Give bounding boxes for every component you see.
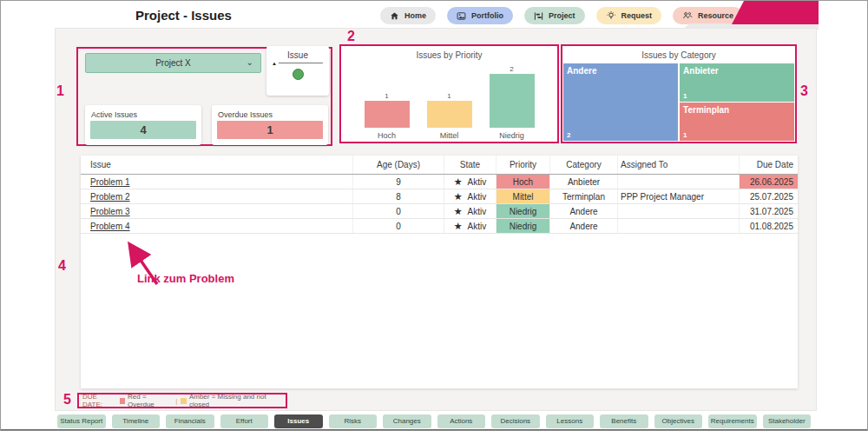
- cell-issue: Problem 1: [81, 175, 352, 189]
- table-row: Problem 40★AktivNiedrigAndere01.08.2025: [81, 219, 798, 234]
- cell-age: 0: [352, 219, 444, 233]
- issue-link[interactable]: Problem 3: [90, 207, 130, 216]
- star-icon: ★: [454, 176, 463, 187]
- column-header-state: State: [444, 156, 496, 174]
- top-nav: Home Portfolio Project Request Resource: [380, 7, 743, 24]
- column-header-age: Age (Days): [352, 156, 444, 174]
- cell-state: ★Aktiv: [444, 175, 496, 189]
- cell-assigned_to: [617, 204, 739, 218]
- star-icon: ★: [454, 206, 463, 216]
- nav-label: Resource: [698, 11, 733, 20]
- tab-stakeholder[interactable]: Stakeholder: [763, 414, 812, 428]
- link-annotation-text: Link zum Problem: [137, 272, 234, 285]
- annotation-number-4: 4: [58, 258, 66, 274]
- issues-by-priority-chart: Issues by Priority 112 HochMittelNiedrig: [341, 46, 557, 142]
- chart-title: Issues by Priority: [341, 46, 557, 60]
- nav-portfolio-button[interactable]: Portfolio: [447, 7, 513, 24]
- cell-category: Andere: [549, 204, 617, 218]
- column-header-category: Category: [549, 156, 617, 174]
- bar-group: 1: [427, 92, 472, 128]
- bar-axis-label: Mittel: [427, 131, 472, 140]
- state-text: Aktiv: [468, 222, 487, 231]
- treemap-label: Terminplan: [680, 103, 794, 115]
- dashboard-page: Project - Issues Home Portfolio Project …: [0, 0, 868, 431]
- bar-category-axis: HochMittelNiedrig: [341, 131, 557, 140]
- kpi-value: 4: [90, 121, 196, 139]
- table-row: Problem 30★AktivNiedrigAndere31.07.2025: [81, 204, 798, 219]
- issue-link[interactable]: Problem 2: [90, 192, 130, 202]
- nav-project-button[interactable]: Project: [524, 7, 585, 24]
- issue-slicer[interactable]: Issue ▲: [266, 46, 329, 96]
- treemap-block-andere[interactable]: Andere2: [563, 63, 678, 141]
- treemap-block-anbieter[interactable]: Anbieter1: [680, 63, 794, 102]
- project-icon: [534, 11, 543, 21]
- issue-status-dot[interactable]: [293, 69, 304, 80]
- nav-home-button[interactable]: Home: [380, 7, 436, 24]
- cell-due_date: 26.06.2025: [739, 175, 798, 189]
- cell-due_date: 01.08.2025: [739, 219, 798, 233]
- state-text: Aktiv: [468, 207, 487, 216]
- tab-lessons[interactable]: Lessons: [546, 414, 595, 428]
- cell-state: ★Aktiv: [444, 189, 496, 203]
- tab-decisions[interactable]: Decisions: [491, 414, 540, 428]
- state-text: Aktiv: [468, 177, 487, 187]
- treemap-area: Andere2Anbieter1Terminplan1: [563, 63, 794, 141]
- treemap-block-terminplan[interactable]: Terminplan1: [680, 103, 794, 141]
- star-icon: ★: [454, 191, 463, 202]
- tab-benefits[interactable]: Benefits: [600, 414, 648, 428]
- tab-requirements[interactable]: Requirements: [708, 414, 757, 428]
- bar-hoch[interactable]: [365, 101, 410, 128]
- bar-niedrig[interactable]: [490, 74, 535, 128]
- kpi-label: Active Issues: [91, 110, 201, 119]
- tab-timeline[interactable]: Timeline: [112, 414, 161, 428]
- column-header-issue: Issue: [81, 156, 352, 174]
- tab-issues[interactable]: Issues: [274, 414, 323, 428]
- report-page-tabs: Status ReportTimelineFinancialsEffortIss…: [57, 414, 811, 428]
- tab-financials[interactable]: Financials: [166, 414, 214, 428]
- nav-resource-button[interactable]: Resource: [673, 7, 743, 24]
- tab-effort[interactable]: Effort: [220, 414, 269, 428]
- issue-link[interactable]: Problem 4: [90, 222, 130, 231]
- nav-label: Request: [621, 11, 653, 20]
- bar-data-label: 2: [510, 65, 513, 73]
- annotation-number-3: 3: [800, 83, 808, 99]
- column-header-due_date: Due Date: [739, 156, 798, 174]
- bar-data-label: 1: [447, 92, 450, 100]
- nav-label: Portfolio: [471, 11, 503, 20]
- bar-mittel[interactable]: [427, 101, 472, 128]
- tab-objectives[interactable]: Objectives: [654, 414, 703, 428]
- home-icon: [390, 11, 399, 21]
- table-row: Problem 19★AktivHochAnbieter26.06.2025: [81, 175, 798, 189]
- portfolio-icon: [457, 11, 466, 21]
- kpi-label: Overdue Issues: [218, 110, 328, 119]
- bar-axis-label: Niedrig: [490, 131, 535, 140]
- brand-ribbon: [732, 1, 819, 24]
- cell-age: 9: [352, 175, 444, 189]
- chart-title: Issues by Category: [562, 46, 795, 60]
- collapse-arrow-icon[interactable]: ▲: [272, 61, 277, 66]
- tab-actions[interactable]: Actions: [437, 414, 486, 428]
- cell-priority: Hoch: [496, 175, 549, 189]
- cell-due_date: 25.07.2025: [739, 189, 798, 203]
- legend-prefix: DUE DATE:: [82, 393, 117, 408]
- legend-amber-text: Amber = Missing and not closed: [189, 393, 282, 408]
- treemap-label: Anbieter: [680, 63, 794, 76]
- project-selector-value: Project X: [155, 58, 191, 68]
- legend-red-text: Red = Overdue: [128, 393, 172, 408]
- cell-issue: Problem 4: [81, 219, 352, 233]
- table-header-row: IssueAge (Days)StatePriorityCategoryAssi…: [81, 156, 798, 175]
- project-selector[interactable]: Project X ⌄: [85, 53, 261, 73]
- bar-series: 112: [341, 65, 557, 128]
- nav-request-button[interactable]: Request: [596, 7, 662, 24]
- tab-risks[interactable]: Risks: [329, 414, 378, 428]
- cell-category: Anbieter: [549, 175, 617, 189]
- issue-link[interactable]: Problem 1: [90, 177, 130, 187]
- page-title: Project - Issues: [135, 8, 232, 23]
- annotation-number-1: 1: [56, 83, 64, 99]
- cell-age: 8: [352, 189, 444, 203]
- tab-status-report[interactable]: Status Report: [57, 414, 106, 428]
- treemap-value: 1: [683, 131, 687, 139]
- tab-changes[interactable]: Changes: [383, 414, 431, 428]
- resource-icon: [682, 10, 693, 21]
- column-header-assigned_to: Assigned To: [617, 156, 739, 174]
